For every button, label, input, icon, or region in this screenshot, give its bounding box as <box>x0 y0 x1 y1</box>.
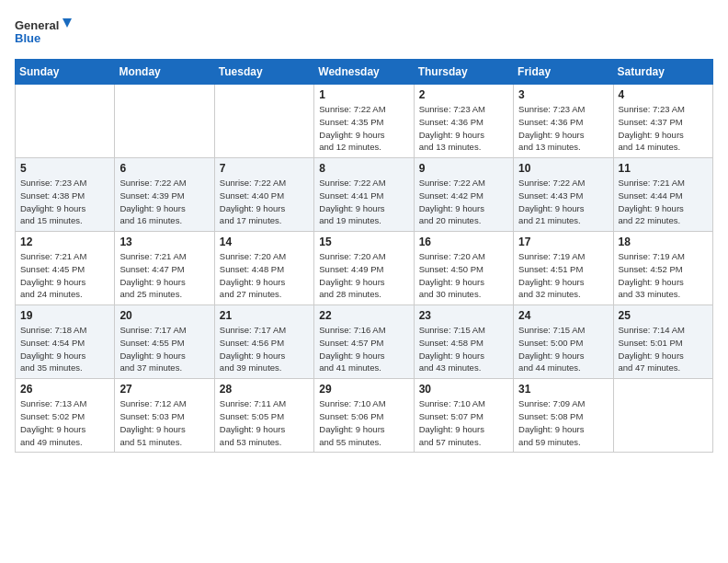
svg-marker-2 <box>63 18 72 28</box>
day-info: Sunrise: 7:22 AM Sunset: 4:42 PM Dayligh… <box>419 177 508 227</box>
day-info: Sunrise: 7:11 AM Sunset: 5:05 PM Dayligh… <box>220 397 309 448</box>
day-cell: 14Sunrise: 7:20 AM Sunset: 4:48 PM Dayli… <box>214 232 313 305</box>
day-cell <box>16 85 115 158</box>
day-info: Sunrise: 7:23 AM Sunset: 4:36 PM Dayligh… <box>518 103 608 154</box>
day-info: Sunrise: 7:21 AM Sunset: 4:44 PM Dayligh… <box>619 177 708 227</box>
day-number: 15 <box>319 236 408 248</box>
day-cell: 1Sunrise: 7:22 AM Sunset: 4:35 PM Daylig… <box>314 85 414 158</box>
day-cell: 20Sunrise: 7:17 AM Sunset: 4:55 PM Dayli… <box>115 305 214 379</box>
day-info: Sunrise: 7:13 AM Sunset: 5:02 PM Dayligh… <box>20 397 109 448</box>
day-header-thursday: Thursday <box>414 60 513 85</box>
day-number: 10 <box>518 162 608 175</box>
day-info: Sunrise: 7:15 AM Sunset: 4:58 PM Dayligh… <box>419 324 508 374</box>
day-number: 17 <box>518 236 608 248</box>
day-number: 23 <box>419 309 508 322</box>
day-cell <box>613 379 712 453</box>
day-number: 9 <box>419 162 508 175</box>
day-info: Sunrise: 7:12 AM Sunset: 5:03 PM Dayligh… <box>119 397 209 448</box>
day-number: 25 <box>619 309 708 322</box>
day-cell: 21Sunrise: 7:17 AM Sunset: 4:56 PM Dayli… <box>214 305 313 379</box>
day-number: 14 <box>220 236 309 248</box>
day-cell <box>115 85 214 158</box>
day-cell: 7Sunrise: 7:22 AM Sunset: 4:40 PM Daylig… <box>214 158 313 232</box>
calendar-table: SundayMondayTuesdayWednesdayThursdayFrid… <box>15 59 713 453</box>
day-cell: 13Sunrise: 7:21 AM Sunset: 4:47 PM Dayli… <box>115 232 214 305</box>
day-cell: 29Sunrise: 7:10 AM Sunset: 5:06 PM Dayli… <box>314 379 414 453</box>
day-info: Sunrise: 7:10 AM Sunset: 5:07 PM Dayligh… <box>419 397 508 448</box>
day-cell: 28Sunrise: 7:11 AM Sunset: 5:05 PM Dayli… <box>214 379 313 453</box>
day-cell: 11Sunrise: 7:21 AM Sunset: 4:44 PM Dayli… <box>613 158 712 232</box>
day-number: 24 <box>518 309 608 322</box>
day-number: 26 <box>20 383 109 396</box>
day-info: Sunrise: 7:23 AM Sunset: 4:36 PM Dayligh… <box>419 103 508 154</box>
day-info: Sunrise: 7:19 AM Sunset: 4:51 PM Dayligh… <box>518 250 608 301</box>
week-row-1: 1Sunrise: 7:22 AM Sunset: 4:35 PM Daylig… <box>16 85 713 158</box>
day-number: 16 <box>419 236 508 248</box>
day-cell: 16Sunrise: 7:20 AM Sunset: 4:50 PM Dayli… <box>414 232 513 305</box>
day-header-tuesday: Tuesday <box>214 60 313 85</box>
day-number: 5 <box>20 162 109 175</box>
day-number: 20 <box>119 309 209 322</box>
day-cell: 19Sunrise: 7:18 AM Sunset: 4:54 PM Dayli… <box>16 305 115 379</box>
day-info: Sunrise: 7:14 AM Sunset: 5:01 PM Dayligh… <box>619 324 708 374</box>
day-number: 31 <box>518 383 608 396</box>
day-header-sunday: Sunday <box>16 60 115 85</box>
day-cell: 8Sunrise: 7:22 AM Sunset: 4:41 PM Daylig… <box>314 158 414 232</box>
day-cell: 17Sunrise: 7:19 AM Sunset: 4:51 PM Dayli… <box>514 232 613 305</box>
day-header-friday: Friday <box>514 60 613 85</box>
day-cell <box>214 85 313 158</box>
day-number: 4 <box>619 88 708 101</box>
day-cell: 26Sunrise: 7:13 AM Sunset: 5:02 PM Dayli… <box>16 379 115 453</box>
logo: GeneralBlue <box>15 15 79 48</box>
week-row-4: 19Sunrise: 7:18 AM Sunset: 4:54 PM Dayli… <box>16 305 713 379</box>
day-info: Sunrise: 7:22 AM Sunset: 4:35 PM Dayligh… <box>319 103 408 154</box>
day-cell: 2Sunrise: 7:23 AM Sunset: 4:36 PM Daylig… <box>414 85 513 158</box>
day-number: 11 <box>619 162 708 175</box>
day-cell: 31Sunrise: 7:09 AM Sunset: 5:08 PM Dayli… <box>514 379 613 453</box>
day-cell: 12Sunrise: 7:21 AM Sunset: 4:45 PM Dayli… <box>16 232 115 305</box>
day-number: 19 <box>20 309 109 322</box>
day-number: 12 <box>20 236 109 248</box>
day-info: Sunrise: 7:15 AM Sunset: 5:00 PM Dayligh… <box>518 324 608 374</box>
week-row-2: 5Sunrise: 7:23 AM Sunset: 4:38 PM Daylig… <box>16 158 713 232</box>
logo-svg: GeneralBlue <box>15 15 79 48</box>
day-header-monday: Monday <box>115 60 214 85</box>
day-number: 1 <box>319 88 408 101</box>
day-info: Sunrise: 7:17 AM Sunset: 4:56 PM Dayligh… <box>220 324 309 374</box>
day-cell: 4Sunrise: 7:23 AM Sunset: 4:37 PM Daylig… <box>613 85 712 158</box>
day-info: Sunrise: 7:17 AM Sunset: 4:55 PM Dayligh… <box>119 324 209 374</box>
day-cell: 30Sunrise: 7:10 AM Sunset: 5:07 PM Dayli… <box>414 379 513 453</box>
day-cell: 22Sunrise: 7:16 AM Sunset: 4:57 PM Dayli… <box>314 305 414 379</box>
day-number: 7 <box>220 162 309 175</box>
day-info: Sunrise: 7:18 AM Sunset: 4:54 PM Dayligh… <box>20 324 109 374</box>
day-cell: 5Sunrise: 7:23 AM Sunset: 4:38 PM Daylig… <box>16 158 115 232</box>
day-cell: 18Sunrise: 7:19 AM Sunset: 4:52 PM Dayli… <box>613 232 712 305</box>
day-cell: 15Sunrise: 7:20 AM Sunset: 4:49 PM Dayli… <box>314 232 414 305</box>
day-info: Sunrise: 7:22 AM Sunset: 4:39 PM Dayligh… <box>119 177 209 227</box>
day-number: 8 <box>319 162 408 175</box>
day-header-saturday: Saturday <box>613 60 712 85</box>
day-cell: 27Sunrise: 7:12 AM Sunset: 5:03 PM Dayli… <box>115 379 214 453</box>
day-info: Sunrise: 7:10 AM Sunset: 5:06 PM Dayligh… <box>319 397 408 448</box>
day-number: 18 <box>619 236 708 248</box>
day-number: 13 <box>119 236 209 248</box>
day-cell: 24Sunrise: 7:15 AM Sunset: 5:00 PM Dayli… <box>514 305 613 379</box>
day-number: 22 <box>319 309 408 322</box>
svg-text:Blue: Blue <box>15 31 40 45</box>
day-info: Sunrise: 7:21 AM Sunset: 4:47 PM Dayligh… <box>119 250 209 301</box>
day-number: 27 <box>119 383 209 396</box>
day-info: Sunrise: 7:20 AM Sunset: 4:48 PM Dayligh… <box>220 250 309 301</box>
day-cell: 9Sunrise: 7:22 AM Sunset: 4:42 PM Daylig… <box>414 158 513 232</box>
day-info: Sunrise: 7:20 AM Sunset: 4:49 PM Dayligh… <box>319 250 408 301</box>
day-info: Sunrise: 7:22 AM Sunset: 4:40 PM Dayligh… <box>220 177 309 227</box>
week-row-3: 12Sunrise: 7:21 AM Sunset: 4:45 PM Dayli… <box>16 232 713 305</box>
day-number: 3 <box>518 88 608 101</box>
day-info: Sunrise: 7:20 AM Sunset: 4:50 PM Dayligh… <box>419 250 508 301</box>
day-info: Sunrise: 7:22 AM Sunset: 4:43 PM Dayligh… <box>518 177 608 227</box>
day-cell: 23Sunrise: 7:15 AM Sunset: 4:58 PM Dayli… <box>414 305 513 379</box>
day-number: 28 <box>220 383 309 396</box>
header-row: SundayMondayTuesdayWednesdayThursdayFrid… <box>16 60 713 85</box>
day-number: 21 <box>220 309 309 322</box>
day-header-wednesday: Wednesday <box>314 60 414 85</box>
day-number: 2 <box>419 88 508 101</box>
